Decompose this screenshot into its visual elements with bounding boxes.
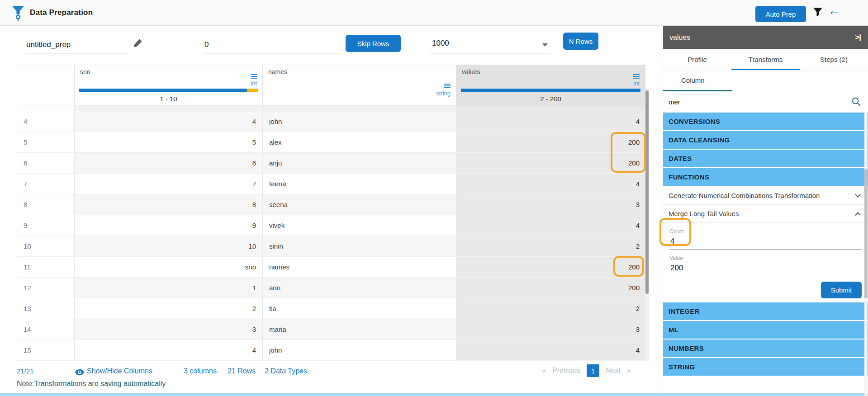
- column-quality-bar: [461, 89, 640, 92]
- n-rows-button[interactable]: N Rows: [563, 33, 598, 50]
- cell-sno[interactable]: 10: [75, 236, 263, 257]
- transform-item-merge-long-tail-values[interactable]: Merge Long Tail Values: [663, 205, 868, 223]
- cell-sno[interactable]: 8: [75, 194, 263, 215]
- table-vertical-scrollbar[interactable]: [645, 89, 649, 361]
- category-dates[interactable]: DATES: [663, 150, 868, 167]
- cell-sno[interactable]: 5: [75, 132, 263, 153]
- table-row[interactable]: 4 4 john 4: [17, 111, 645, 132]
- category-functions[interactable]: FUNCTIONS: [663, 168, 868, 186]
- tab-transforms[interactable]: Transforms: [731, 49, 800, 70]
- cell-names[interactable]: maria: [263, 319, 456, 340]
- category-integer[interactable]: INTEGER: [663, 302, 868, 320]
- cell-names[interactable]: names: [263, 257, 456, 278]
- transform-item-generate-numerical-combinations[interactable]: Generate Numerical Combinations Transfor…: [663, 187, 868, 205]
- back-arrow-icon[interactable]: ←: [828, 4, 840, 18]
- scrollbar-thumb[interactable]: [864, 169, 868, 298]
- panel-vertical-scrollbar[interactable]: [864, 113, 868, 396]
- submit-button[interactable]: Submit: [821, 282, 862, 298]
- cell-sno[interactable]: 4: [75, 340, 263, 361]
- cell-values[interactable]: 2: [456, 236, 645, 257]
- previous-page-button[interactable]: Previous: [552, 367, 580, 375]
- cell-values[interactable]: 200: [456, 257, 645, 278]
- column-range-label: 1 - 10: [75, 95, 262, 103]
- edit-pencil-icon[interactable]: [133, 38, 143, 49]
- show-hide-columns-button[interactable]: Show/Hide Columns: [87, 367, 152, 375]
- tab-profile[interactable]: Profile: [663, 49, 731, 70]
- count-input[interactable]: [669, 235, 862, 250]
- cell-names[interactable]: tia: [263, 298, 456, 319]
- table-row[interactable]: 8 8 seena 3: [17, 194, 645, 215]
- cell-names[interactable]: john: [263, 340, 456, 361]
- filter-icon[interactable]: [813, 7, 823, 19]
- cell-sno[interactable]: 9: [75, 215, 263, 236]
- n-rows-select[interactable]: 1000: [430, 36, 551, 53]
- tab-steps[interactable]: Steps (2): [800, 49, 868, 70]
- cell-names[interactable]: vivek: [263, 215, 456, 236]
- prep-name-input[interactable]: [25, 36, 128, 53]
- cell-values[interactable]: 200: [456, 278, 645, 298]
- cell-sno[interactable]: 3: [75, 319, 263, 340]
- table-row[interactable]: 6 6 anju 200: [17, 153, 645, 174]
- category-string[interactable]: STRING: [663, 358, 868, 376]
- cell-values[interactable]: 4: [456, 340, 645, 361]
- table-row[interactable]: 11 sno names 200: [17, 257, 645, 278]
- category-ml[interactable]: ML: [663, 321, 868, 339]
- cell-sno[interactable]: sno: [75, 257, 263, 278]
- cell-names[interactable]: seena: [263, 194, 456, 215]
- chevron-up-icon: [855, 212, 861, 218]
- auto-prep-button[interactable]: Auto Prep: [755, 6, 806, 22]
- cell-names[interactable]: alex: [263, 132, 456, 153]
- column-menu-icon[interactable]: [444, 84, 451, 89]
- cell-values[interactable]: 4: [456, 174, 645, 194]
- category-conversions[interactable]: CONVERSIONS: [663, 113, 868, 130]
- cell-names[interactable]: sinin: [263, 236, 456, 257]
- column-header-names[interactable]: names string: [263, 65, 456, 105]
- cell-names[interactable]: teena: [263, 174, 456, 194]
- column-header-sno[interactable]: sno int 1 - 10: [75, 65, 263, 105]
- skip-rows-input[interactable]: [204, 36, 341, 53]
- table-row[interactable]: 14 3 maria 3: [17, 319, 645, 340]
- cell-values[interactable]: 4: [456, 215, 645, 236]
- cell-names[interactable]: ann: [263, 278, 456, 298]
- category-numbers[interactable]: NUMBERS: [663, 339, 868, 357]
- eye-icon: [75, 369, 84, 377]
- category-data-cleansing[interactable]: DATA CLEANSING: [663, 131, 868, 149]
- table-row[interactable]: 12 1 ann 200: [17, 278, 645, 298]
- cell-values[interactable]: 4: [456, 111, 645, 132]
- transform-search-input[interactable]: [669, 95, 840, 108]
- column-menu-icon[interactable]: [633, 74, 640, 80]
- last-page-icon[interactable]: »: [627, 367, 631, 375]
- cell-values[interactable]: 200: [456, 153, 645, 174]
- row-index: 10: [17, 236, 75, 257]
- skip-rows-button[interactable]: Skip Rows: [346, 35, 401, 52]
- cell-values[interactable]: 2: [456, 298, 645, 319]
- table-row[interactable]: 13 2 tia 2: [17, 298, 645, 319]
- column-header-values[interactable]: values int 2 - 200: [456, 65, 645, 105]
- cell-values[interactable]: 3: [456, 319, 645, 340]
- table-row-partial: [17, 105, 645, 111]
- search-icon[interactable]: [852, 97, 861, 108]
- current-page-button[interactable]: 1: [587, 364, 599, 377]
- cell-values[interactable]: 200: [456, 132, 645, 153]
- cell-sno[interactable]: 1: [75, 278, 263, 298]
- cell-names[interactable]: anju: [263, 153, 456, 174]
- cell-sno[interactable]: 4: [75, 111, 263, 132]
- scrollbar-thumb[interactable]: [645, 90, 649, 294]
- table-row[interactable]: 10 10 sinin 2: [17, 236, 645, 257]
- first-page-icon[interactable]: «: [542, 367, 546, 375]
- row-index: 14: [17, 319, 75, 340]
- cell-sno[interactable]: 2: [75, 298, 263, 319]
- column-menu-icon[interactable]: [251, 74, 257, 80]
- tab-column[interactable]: Column: [681, 71, 705, 90]
- value-input[interactable]: [669, 261, 862, 276]
- table-row[interactable]: 7 7 teena 4: [17, 174, 645, 194]
- cell-values[interactable]: 3: [456, 194, 645, 215]
- cell-sno[interactable]: 7: [75, 174, 263, 194]
- next-page-button[interactable]: Next: [606, 367, 621, 375]
- collapse-panel-icon[interactable]: >|: [855, 26, 861, 49]
- table-row[interactable]: 15 4 john 4: [17, 340, 645, 361]
- cell-names[interactable]: john: [263, 111, 456, 132]
- cell-sno[interactable]: 6: [75, 153, 263, 174]
- table-row[interactable]: 9 9 vivek 4: [17, 215, 645, 236]
- table-row[interactable]: 5 5 alex 200: [17, 132, 645, 153]
